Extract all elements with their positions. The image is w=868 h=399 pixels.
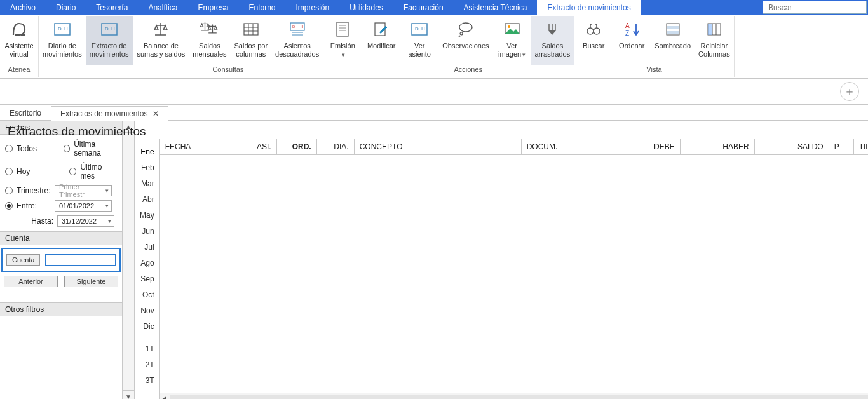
month-nov[interactable]: Nov	[125, 302, 159, 318]
siguiente-button[interactable]: Siguiente	[64, 276, 118, 287]
ver-imagen-button[interactable]: Verimagen	[493, 16, 531, 65]
asientos-descuadrados-label1: Asientos	[284, 42, 311, 50]
col-ord[interactable]: ORD.	[277, 139, 317, 154]
trimestre-select[interactable]: Primer Trimestr▾	[55, 185, 112, 196]
horizontal-scrollbar[interactable]: ◄ ►	[160, 393, 868, 399]
col-saldo[interactable]: SALDO	[755, 139, 829, 154]
emision-label2	[341, 50, 345, 59]
month-dic[interactable]: Dic	[125, 318, 159, 334]
month-sep[interactable]: Sep	[125, 271, 159, 287]
asistente-virtual-button[interactable]: Asistentevirtual	[0, 16, 38, 65]
menu-tab-empresa[interactable]: Empresa	[187, 0, 238, 15]
reiniciar-col-button[interactable]: ReiniciarColumnas	[695, 16, 734, 65]
radio-todos[interactable]	[5, 145, 13, 152]
extracto-movimientos-button[interactable]: DHExtracto demovimientos	[86, 16, 133, 65]
hasta-fecha-input[interactable]: 31/12/2022▾	[57, 215, 114, 227]
modificar-button[interactable]: Modificar	[362, 16, 400, 65]
scroll-left-icon[interactable]: ◄	[160, 395, 169, 400]
sumas-saldos-label2: sumas y saldos	[137, 50, 186, 58]
col-tipoiva[interactable]: TIPOIVA	[854, 139, 868, 154]
menu-tab-asistencia-técnica[interactable]: Asistencia Técnica	[454, 0, 538, 15]
scroll-down-icon[interactable]: ▼	[123, 390, 134, 399]
month-ene[interactable]: Ene	[125, 144, 159, 159]
ver-asiento-button[interactable]: DHVerasiento	[400, 16, 438, 65]
ordenar-button[interactable]: AZOrdenar	[613, 16, 651, 65]
month-feb[interactable]: Feb	[125, 159, 159, 175]
diario-movimientos-button[interactable]: DHDiario demovimientos	[39, 16, 86, 65]
month-mar[interactable]: Mar	[125, 175, 159, 191]
anterior-button[interactable]: Anterior	[4, 276, 58, 287]
col-docum[interactable]: DOCUM.	[522, 139, 606, 154]
menu-tab-diario[interactable]: Diario	[46, 0, 86, 15]
add-button[interactable]: ＋	[840, 82, 859, 101]
menu-tab-facturación[interactable]: Facturación	[393, 0, 454, 15]
radio-hoy[interactable]	[5, 168, 13, 175]
month-3t[interactable]: 3T	[125, 372, 159, 388]
col-asi[interactable]: ASI.	[234, 139, 277, 154]
month-may[interactable]: May	[125, 207, 159, 223]
tab-escritorio[interactable]: Escritorio	[0, 105, 51, 120]
col-dia[interactable]: DIA.	[317, 139, 355, 154]
col-debe[interactable]: DEBE	[606, 139, 681, 154]
radio-ultimo-mes[interactable]	[69, 168, 77, 175]
sombreado-button[interactable]: Sombreado	[651, 16, 695, 65]
alpha-icon	[9, 18, 29, 40]
radio-ultima-semana[interactable]	[64, 145, 70, 152]
menu-tab-impresión[interactable]: Impresión	[285, 0, 339, 15]
month-abr[interactable]: Abr	[125, 191, 159, 207]
col-concepto[interactable]: CONCEPTO	[355, 139, 522, 154]
ver-imagen-label2: imagen	[498, 50, 526, 59]
search-input[interactable]	[767, 3, 862, 13]
menu-tab-active[interactable]: Extracto de movimientos	[537, 0, 641, 15]
observaciones-label1: Observaciones	[442, 42, 489, 50]
asientos-descuadrados-button[interactable]: DHAsientosdescuadrados	[271, 16, 323, 65]
saldos-arrastrados-button[interactable]: Saldosarrastrados	[531, 16, 574, 65]
col-fecha[interactable]: FECHA	[160, 139, 234, 154]
entre-fecha-input[interactable]: 01/01/2022▾	[55, 200, 112, 212]
cuenta-input[interactable]	[45, 254, 116, 266]
observaciones-button[interactable]: Observaciones	[438, 16, 492, 65]
emision-button[interactable]: Emisión	[323, 16, 362, 65]
radio-trimestre[interactable]	[5, 187, 13, 194]
ribbon-group-label: Atenea	[0, 65, 38, 77]
scroll-track[interactable]	[170, 395, 868, 399]
tab-extractos[interactable]: Extractos de movimientos ✕	[51, 106, 168, 121]
close-icon[interactable]: ✕	[153, 109, 159, 118]
drag-icon	[542, 18, 562, 40]
asistente-virtual-label1: Asistente	[4, 42, 33, 50]
add-strip: ＋	[0, 79, 868, 104]
month-jun[interactable]: Jun	[125, 223, 159, 239]
month-jul[interactable]: Jul	[125, 239, 159, 255]
radio-entre[interactable]	[5, 202, 13, 210]
col-p[interactable]: P	[829, 139, 854, 154]
saldos-mensuales-button[interactable]: Saldosmensuales	[189, 16, 230, 65]
svg-point-21	[593, 28, 600, 34]
col-haber[interactable]: HABER	[681, 139, 755, 154]
month-1t[interactable]: 1T	[125, 341, 159, 356]
grid-header: FECHAASI.ORD.DIA.CONCEPTODOCUM.DEBEHABER…	[160, 139, 868, 155]
sort-icon: AZ	[621, 18, 642, 40]
month-ago[interactable]: Ago	[125, 255, 159, 271]
month-gap	[125, 334, 159, 341]
month-oct[interactable]: Oct	[125, 287, 159, 302]
dh-icon: DH	[99, 18, 119, 40]
month-2t[interactable]: 2T	[125, 356, 159, 372]
menu-tab-entorno[interactable]: Entorno	[238, 0, 285, 15]
cuenta-button[interactable]: Cuenta	[6, 254, 40, 266]
label-trimestre: Trimestre:	[17, 186, 51, 195]
svg-point-15	[459, 23, 472, 32]
otros-head: Otros filtros	[0, 302, 122, 316]
menu-tab-tesorería[interactable]: Tesorería	[86, 0, 138, 15]
search-box[interactable]	[763, 1, 867, 14]
table-icon	[241, 18, 261, 40]
saldos-mensuales-label2: mensuales	[193, 50, 226, 58]
saldos-columnas-button[interactable]: Saldos porcolumnas	[231, 16, 272, 65]
svg-text:D: D	[415, 26, 419, 32]
menu-tab-analítica[interactable]: Analítica	[138, 0, 187, 15]
menu-tab-archivo[interactable]: Archivo	[0, 0, 46, 15]
sumas-saldos-button[interactable]: Balance desumas y saldos	[133, 16, 189, 65]
menu-tab-utilidades[interactable]: Utilidades	[339, 0, 393, 15]
diario-movimientos-label2: movimientos	[43, 50, 82, 58]
buscar-button[interactable]: Buscar	[574, 16, 613, 65]
svg-rect-26	[667, 31, 679, 34]
